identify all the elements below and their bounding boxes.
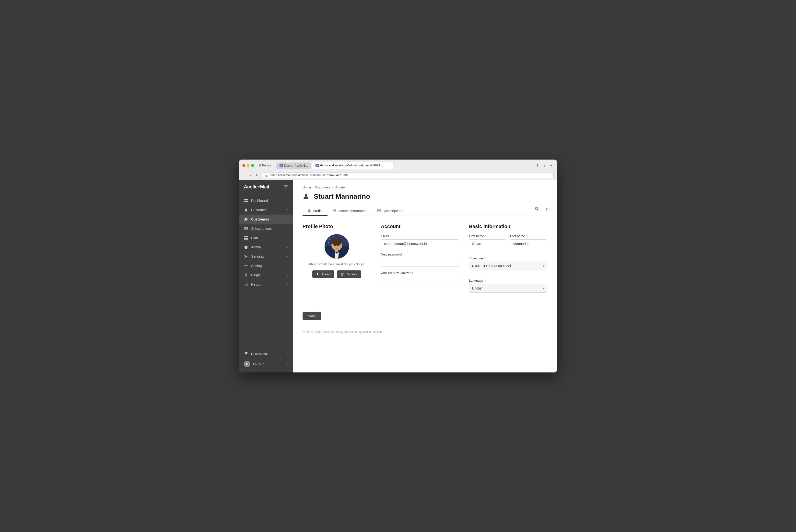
chevron-right-icon: › — [287, 283, 288, 286]
remove-photo-button[interactable]: 🗑 Remove — [337, 270, 361, 278]
sidebar-item-customers[interactable]: Customers — [239, 215, 293, 224]
sidebar-item-sending[interactable]: Sending › — [239, 252, 293, 261]
form-sections: Profile Photo — [303, 224, 547, 297]
subscriptions-tab-icon — [377, 209, 381, 213]
sidebar-item-setting[interactable]: Setting › — [239, 261, 293, 270]
tab-profile[interactable]: Profile — [303, 206, 327, 216]
search-button[interactable] — [534, 206, 540, 213]
new-password-label: New password — [381, 252, 459, 256]
last-name-field-group: Last name * — [510, 234, 547, 248]
basic-info-title: Basic information — [469, 224, 547, 229]
sidebar-item-subscriptions[interactable]: Subscriptions — [239, 224, 293, 233]
tab-subscriptions[interactable]: Subscriptions — [372, 206, 408, 216]
minimize-button[interactable] — [247, 164, 250, 167]
sidebar-item-notifications[interactable]: Notifications › — [239, 349, 293, 358]
email-required: * — [390, 234, 392, 238]
share-icon[interactable]: ↑ — [542, 163, 547, 168]
maximize-button[interactable] — [251, 164, 254, 167]
timezone-field-group: Timezone * (GMT+08:00) Asia/Brunei (GMT+… — [469, 256, 547, 270]
reload-button[interactable]: ↻ — [254, 173, 260, 178]
svg-point-46 — [337, 245, 339, 246]
language-label: Language * — [469, 279, 547, 282]
sidebar-item-label: Subscriptions — [251, 227, 272, 230]
save-button[interactable]: Save — [303, 312, 321, 320]
basic-info-grid: First name * Last name * — [469, 234, 547, 297]
svg-point-20 — [246, 352, 248, 353]
sidebar-item-label: Admin — [251, 245, 261, 249]
layout-icon — [244, 236, 248, 240]
svg-point-39 — [329, 239, 330, 240]
sidebar-item-report[interactable]: Report › — [239, 280, 293, 289]
svg-point-11 — [246, 265, 247, 266]
photo-hint: Photo should be at least 300px x 300px — [309, 262, 365, 266]
sidebar-bottom: Notifications › L Louis P. › — [239, 346, 293, 373]
breadcrumb-sep-1: › — [312, 186, 314, 189]
account-title: Account — [381, 224, 459, 229]
svg-rect-10 — [246, 238, 248, 240]
person-tab-icon — [307, 209, 311, 213]
forward-button[interactable]: › — [248, 173, 252, 178]
sidebar-item-label: Plan — [251, 236, 258, 240]
svg-rect-15 — [246, 276, 246, 277]
browser-tab-1[interactable]: M Demo - Acelle E... — [276, 163, 311, 169]
svg-rect-14 — [245, 276, 247, 276]
sidebar-item-dashboard[interactable]: Dashboard — [239, 196, 293, 205]
remove-icon: 🗑 — [341, 272, 344, 276]
menu-icon[interactable]: ☰ — [284, 184, 288, 190]
email-input[interactable] — [381, 239, 459, 248]
page-title: Stuart Mannarino — [314, 193, 370, 201]
address-bar[interactable]: 🔒 demo.acellemail.com/admin/customers/59… — [262, 172, 554, 178]
close-button[interactable] — [242, 164, 245, 167]
timezone-select[interactable]: (GMT+08:00) Asia/Brunei (GMT+00:00) UTC … — [469, 262, 547, 270]
svg-point-6 — [246, 218, 247, 219]
first-name-field-group: First name * — [469, 234, 506, 248]
back-button[interactable]: ‹ — [242, 173, 246, 178]
confirm-password-label: Confirm new password — [381, 271, 459, 274]
chevron-right-icon: › — [287, 352, 288, 355]
tab-contact[interactable]: Contact information — [327, 206, 372, 216]
profile-photo-section: Profile Photo — [303, 224, 371, 297]
send-icon — [244, 254, 248, 259]
sidebar-item-label: Sending — [251, 254, 264, 259]
lock-icon: 🔒 — [265, 174, 268, 177]
sidebar-item-label: Louis P. — [253, 362, 264, 366]
language-select-wrapper: English Spanish French German ▾ — [469, 284, 547, 293]
sidebar-item-user[interactable]: L Louis P. › — [239, 358, 293, 369]
download-icon[interactable]: ⬇ — [534, 163, 540, 168]
svg-rect-13 — [246, 274, 246, 276]
svg-point-43 — [331, 238, 342, 245]
customer-icon — [303, 193, 310, 201]
page-header: Stuart Mannarino — [303, 193, 547, 201]
sidebar-item-customer[interactable]: Customer ▾ — [239, 205, 293, 215]
upload-photo-button[interactable]: ⬆ Upload — [312, 270, 334, 278]
svg-point-45 — [334, 245, 336, 246]
svg-point-40 — [333, 238, 334, 238]
last-name-input[interactable] — [510, 239, 547, 248]
account-section: Account Email * New password — [381, 224, 459, 297]
language-select[interactable]: English Spanish French German — [469, 284, 547, 293]
svg-rect-44 — [335, 249, 338, 252]
chart-icon — [244, 282, 248, 287]
sidebar-item-plan[interactable]: Plan › — [239, 233, 293, 243]
svg-rect-0 — [244, 199, 246, 201]
profile-photo-title: Profile Photo — [303, 224, 371, 229]
sidebar-header: Acelle⌖Mail ☰ — [239, 179, 293, 194]
sidebar-item-label: Notifications — [251, 352, 268, 356]
confirm-password-input[interactable] — [381, 276, 459, 285]
first-name-input[interactable] — [469, 239, 506, 248]
upload-icon: ⬆ — [316, 272, 319, 276]
sidebar-item-label: Setting — [251, 264, 262, 268]
theme-toggle-button[interactable] — [544, 206, 550, 213]
sidebar-item-label: Dashboard — [251, 199, 268, 203]
new-tab-icon[interactable]: + — [549, 163, 554, 168]
timezone-select-wrapper: (GMT+08:00) Asia/Brunei (GMT+00:00) UTC … — [469, 262, 547, 270]
bell-icon — [244, 352, 248, 356]
breadcrumb-customers[interactable]: Customers — [315, 186, 330, 189]
chevron-down-icon: ▾ — [286, 209, 288, 212]
breadcrumb-home[interactable]: Home — [303, 186, 311, 189]
sidebar-item-admin[interactable]: Admin › — [239, 243, 293, 252]
sidebar-item-plugin[interactable]: Plugin › — [239, 270, 293, 280]
browser-tab-2[interactable]: M demo.acellemail.com/admin/customers/59… — [312, 162, 393, 169]
new-password-input[interactable] — [381, 258, 459, 266]
chevron-right-icon: › — [287, 273, 288, 277]
